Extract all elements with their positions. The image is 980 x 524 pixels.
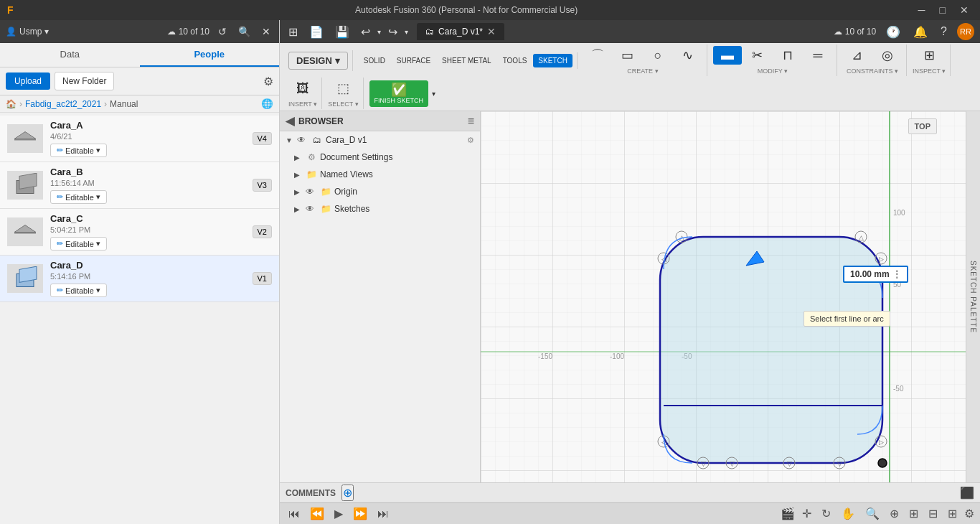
constraint1-button[interactable]: ⊿ xyxy=(843,46,872,65)
browser-item-named-views[interactable]: ▶ 📁 Named Views xyxy=(280,166,480,183)
redo-button[interactable]: ↪ xyxy=(385,24,400,40)
minimize-button[interactable]: ─ xyxy=(914,3,930,17)
tab-people[interactable]: People xyxy=(140,43,280,67)
inspect-label: INSPECT ▾ xyxy=(913,67,946,75)
zoom-button[interactable]: 🔍 xyxy=(862,505,882,522)
collapse-comments-button[interactable]: ⬛ xyxy=(960,486,974,500)
browser-menu-button[interactable]: ≡ xyxy=(468,115,474,128)
search-button[interactable]: 🔍 xyxy=(235,24,253,39)
first-frame-button[interactable]: ⏮ xyxy=(286,506,303,522)
tools-button[interactable]: TOOLS xyxy=(498,54,532,67)
version-badge[interactable]: V2 xyxy=(253,225,272,238)
grid-toggle-button[interactable]: ⊟ xyxy=(925,505,941,522)
next-frame-button[interactable]: ⏩ xyxy=(350,505,370,522)
design-button[interactable]: DESIGN ▾ xyxy=(288,52,348,70)
grid-menu-button[interactable]: ⊞ xyxy=(286,24,301,40)
solid-button[interactable]: SOLID xyxy=(359,54,390,67)
visibility-icon[interactable]: 👁 xyxy=(297,135,306,145)
view-cube-button[interactable]: ⊞ xyxy=(945,505,960,522)
viewport[interactable]: -150 -100 -50 100 50 -50 ◁ xyxy=(481,111,966,482)
finish-icon: ✅ xyxy=(391,83,407,96)
notifications-button[interactable]: 🔔 xyxy=(910,24,930,40)
list-item[interactable]: Cara_B 11:56:14 AM ✏ Editable ▾ V3 xyxy=(0,162,279,209)
browser-collapse-button[interactable]: ◀ xyxy=(286,114,294,128)
play-button[interactable]: ▶ xyxy=(331,505,346,522)
sketch-palette[interactable]: SKETCH PALETTE xyxy=(966,111,980,482)
tab-close-button[interactable]: ✕ xyxy=(487,26,496,37)
undo-dropdown[interactable]: ▾ xyxy=(374,24,384,40)
constraint2-button[interactable]: ◎ xyxy=(873,46,902,65)
toolbar-constraints-group: ⊿ ◎ CONSTRAINTS ▾ xyxy=(839,45,907,76)
restore-button[interactable]: □ xyxy=(936,3,950,17)
list-item[interactable]: Cara_C 5:04:21 PM ✏ Editable ▾ V2 xyxy=(0,209,279,256)
save-button[interactable]: 💾 xyxy=(332,24,352,40)
surface-button[interactable]: SURFACE xyxy=(392,54,435,67)
fit-button[interactable]: ⊕ xyxy=(887,505,902,522)
inspect-button[interactable]: ⊞ xyxy=(915,46,943,65)
visibility-icon[interactable]: 👁 xyxy=(306,204,314,214)
last-frame-button[interactable]: ⏭ xyxy=(374,506,392,522)
breadcrumb-home[interactable]: 🏠 xyxy=(6,99,17,109)
pan-button[interactable]: ✛ xyxy=(799,505,814,522)
extend-button[interactable]: ⊓ xyxy=(773,46,802,65)
finish-dropdown[interactable]: ▾ xyxy=(430,88,438,100)
editable-button[interactable]: ✏ Editable ▾ xyxy=(50,144,107,157)
curve-button[interactable]: ∿ xyxy=(674,46,702,65)
refresh-button[interactable]: ↺ xyxy=(215,24,230,39)
clock-button[interactable]: 🕐 xyxy=(883,24,903,40)
browser-item[interactable]: ▶ ⚙ Document Settings xyxy=(280,149,480,166)
world-button[interactable]: 🌐 xyxy=(261,98,273,109)
list-item[interactable]: Cara_D 5:14:16 PM ✏ Editable ▾ V1 xyxy=(0,256,279,302)
display-button[interactable]: ⊞ xyxy=(906,505,921,522)
editable-button[interactable]: ✏ Editable ▾ xyxy=(50,237,107,251)
document-tab[interactable]: 🗂 Cara_D v1* ✕ xyxy=(417,23,504,40)
select-button[interactable]: ⬚ xyxy=(329,79,357,98)
editable-label: Editable xyxy=(65,146,94,155)
add-comment-button[interactable]: ⊕ xyxy=(341,485,354,501)
design-dropdown-icon: ▾ xyxy=(335,55,340,66)
new-folder-button[interactable]: New Folder xyxy=(55,72,114,90)
version-badge[interactable]: V3 xyxy=(253,179,272,192)
hand-button[interactable]: ✋ xyxy=(838,505,858,522)
visibility-icon[interactable]: 👁 xyxy=(306,187,314,197)
toolbar-select-group: ⬚ SELECT ▾ xyxy=(324,78,363,109)
upload-button[interactable]: Upload xyxy=(6,72,50,90)
browser-item-origin[interactable]: ▶ 👁 📁 Origin xyxy=(280,183,480,200)
undo-button[interactable]: ↩ xyxy=(358,24,373,40)
sheet-metal-button[interactable]: SHEET METAL xyxy=(437,54,496,67)
circle-button[interactable]: ○ xyxy=(644,46,672,65)
tab-data[interactable]: Data xyxy=(0,43,140,67)
viewport-settings-button[interactable]: ⚙ xyxy=(964,507,974,520)
prev-frame-button[interactable]: ⏪ xyxy=(307,505,327,522)
sketch-button[interactable]: SKETCH xyxy=(533,54,573,67)
settings-button[interactable]: ⚙ xyxy=(263,75,273,88)
help-button[interactable]: ? xyxy=(938,24,950,39)
fillet-button[interactable]: ═ xyxy=(804,46,832,65)
finish-sketch-button[interactable]: ✅ FINISH SKETCH xyxy=(369,80,429,107)
new-file-button[interactable]: 📄 xyxy=(306,24,326,40)
dimension-box[interactable]: 10.00 mm ⋮ xyxy=(843,266,908,283)
version-badge[interactable]: V1 xyxy=(253,272,272,285)
breadcrumb-path1[interactable]: Fabdig_ac2t2_2021 xyxy=(25,99,101,109)
fill-button[interactable]: ▬ xyxy=(713,46,742,65)
redo-dropdown[interactable]: ▾ xyxy=(402,24,411,40)
editable-button[interactable]: ✏ Editable ▾ xyxy=(50,284,107,297)
browser-item-sketches[interactable]: ▶ 👁 📁 Sketches xyxy=(280,200,480,217)
version-badge[interactable]: V4 xyxy=(253,132,272,145)
animation-settings-button[interactable]: 🎬 xyxy=(781,507,795,520)
insert-button[interactable]: 🖼 xyxy=(288,79,317,98)
trim-button[interactable]: ✂ xyxy=(743,46,772,65)
close-panel-button[interactable]: ✕ xyxy=(259,24,273,39)
rect-button[interactable]: ▭ xyxy=(613,46,642,65)
constraints-label: CONSTRAINTS ▾ xyxy=(847,67,898,75)
close-button[interactable]: ✕ xyxy=(956,3,973,17)
arc-button[interactable]: ⌒ xyxy=(583,46,612,65)
orbit-button[interactable]: ↻ xyxy=(819,505,834,522)
user-avatar[interactable]: RR xyxy=(957,23,974,40)
browser-item[interactable]: ▼ 👁 🗂 Cara_D v1 ⚙ xyxy=(280,131,480,149)
editable-button[interactable]: ✏ Editable ▾ xyxy=(50,190,107,204)
list-item[interactable]: Cara_A 4/6/21 ✏ Editable ▾ V4 xyxy=(0,116,279,162)
dimension-menu-icon[interactable]: ⋮ xyxy=(892,269,901,279)
user-menu[interactable]: 👤 Usmp ▾ xyxy=(6,27,49,37)
breadcrumb-sep2: › xyxy=(104,99,107,109)
